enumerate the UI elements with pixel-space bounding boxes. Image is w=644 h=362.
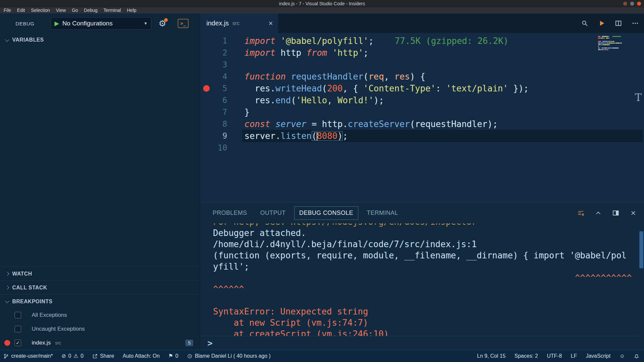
status-gitlens-blame[interactable]: Blame Daniel Li ( 40 hours ago ) bbox=[187, 353, 270, 359]
menu-selection[interactable]: Selection bbox=[28, 7, 53, 14]
chevron-right-icon bbox=[5, 285, 9, 290]
menu-debug[interactable]: Debug bbox=[81, 7, 100, 14]
status-git-branch[interactable]: create-user/main* bbox=[3, 353, 53, 359]
console-line: For help, see: https://nodejs.org/en/doc… bbox=[213, 223, 639, 227]
debug-config-selector[interactable]: ▶ No Configurations ▼ bbox=[51, 17, 151, 30]
minimap[interactable] bbox=[598, 36, 633, 52]
status-notifications[interactable] bbox=[634, 353, 639, 359]
line-number[interactable]: 2 bbox=[200, 47, 227, 59]
menu-edit[interactable]: Edit bbox=[14, 7, 28, 14]
status-cursor-position[interactable]: Ln 9, Col 15 bbox=[477, 353, 506, 359]
code-token: end bbox=[275, 95, 291, 105]
code-editor[interactable]: 1import '@babel/polyfill';77.5K (gzipped… bbox=[200, 33, 644, 202]
status-auto-attach[interactable]: Auto Attach: On bbox=[123, 353, 160, 359]
collapse-panel-icon[interactable] bbox=[595, 210, 602, 216]
code-token: = http. bbox=[306, 119, 348, 129]
status-eol[interactable]: LF bbox=[571, 353, 577, 359]
section-breakpoints[interactable]: BREAKPOINTS bbox=[0, 294, 200, 308]
code-text: res.writeHead(200, { 'Content-Type': 'te… bbox=[244, 82, 529, 94]
run-code-icon[interactable] bbox=[598, 20, 605, 27]
code-line[interactable]: 8const server = http.createServer(reques… bbox=[200, 118, 644, 130]
section-call-stack[interactable]: CALL STACK bbox=[0, 280, 200, 294]
menu-help[interactable]: Help bbox=[124, 7, 139, 14]
variables-body bbox=[0, 47, 200, 267]
status-feedback[interactable]: ☺ bbox=[620, 353, 625, 359]
status-label: JavaScript bbox=[586, 353, 611, 359]
code-token bbox=[270, 119, 275, 129]
menu-terminal[interactable]: Terminal bbox=[100, 7, 124, 14]
close-panel-icon[interactable] bbox=[630, 210, 637, 216]
code-line[interactable]: 3 bbox=[200, 59, 644, 71]
status-encoding[interactable]: UTF-8 bbox=[547, 353, 562, 359]
line-number[interactable]: 10 bbox=[200, 142, 227, 154]
line-number[interactable]: 8 bbox=[200, 118, 227, 130]
menu-view[interactable]: View bbox=[53, 7, 69, 14]
status-label: UTF-8 bbox=[547, 353, 562, 359]
close-tab-icon[interactable]: × bbox=[268, 20, 273, 27]
code-token: writeHead bbox=[275, 83, 322, 93]
line-number[interactable]: 3 bbox=[200, 59, 227, 71]
configure-gear-icon[interactable]: ⚙ bbox=[159, 19, 166, 28]
menu-go[interactable]: Go bbox=[69, 7, 81, 14]
bottom-panel: PROBLEMSOUTPUTDEBUG CONSOLETERMINAL For … bbox=[200, 202, 644, 350]
code-line[interactable]: 1import '@babel/polyfill';77.5K (gzipped… bbox=[200, 35, 644, 47]
search-editor-icon[interactable] bbox=[581, 20, 588, 27]
status-problems[interactable]: ⊘0⚠0 bbox=[61, 353, 84, 359]
code-line[interactable]: 6 res.end('Hello, World!'); bbox=[200, 94, 644, 106]
panel-tab-terminal[interactable]: TERMINAL bbox=[362, 207, 403, 219]
section-watch[interactable]: WATCH bbox=[0, 267, 200, 280]
more-actions-icon[interactable] bbox=[632, 20, 639, 27]
breakpoint-checkbox[interactable] bbox=[15, 326, 21, 332]
status-label: 0 bbox=[81, 353, 84, 359]
breakpoint-item[interactable]: ✓index.jssrc5 bbox=[0, 336, 200, 350]
console-scrollbar[interactable] bbox=[639, 231, 643, 268]
chevron-right-icon bbox=[5, 272, 9, 276]
code-line[interactable]: 5 res.writeHead(200, { 'Content-Type': '… bbox=[200, 82, 644, 94]
section-variables[interactable]: VARIABLES bbox=[0, 33, 200, 47]
code-token: requestHandler bbox=[291, 72, 363, 82]
line-number[interactable]: 1 bbox=[200, 35, 227, 47]
code-token: ; bbox=[363, 48, 369, 58]
line-number[interactable]: 7 bbox=[200, 106, 227, 118]
line-number[interactable]: 6 bbox=[200, 94, 227, 106]
line-number[interactable]: 9 bbox=[200, 130, 227, 142]
code-line[interactable]: 7} bbox=[200, 106, 644, 118]
code-token: const bbox=[244, 119, 270, 129]
code-line[interactable]: 2import http from 'http'; bbox=[200, 47, 644, 59]
share-icon bbox=[92, 353, 98, 359]
menu-file[interactable]: File bbox=[1, 7, 14, 14]
minimize-button[interactable] bbox=[623, 2, 627, 6]
line-number[interactable]: 4 bbox=[200, 71, 227, 82]
clear-console-icon[interactable] bbox=[577, 210, 584, 216]
warning-triangle-icon: ⚠ bbox=[74, 353, 78, 359]
panel-tab-problems[interactable]: PROBLEMS bbox=[208, 207, 252, 219]
breakpoint-checkbox[interactable] bbox=[15, 312, 21, 318]
breakpoint-item[interactable]: All Exceptions bbox=[0, 308, 200, 322]
status-share[interactable]: Share bbox=[92, 353, 114, 359]
tab-index-js[interactable]: index.js src × bbox=[200, 14, 278, 33]
panel-tab-output[interactable]: OUTPUT bbox=[256, 207, 290, 219]
split-editor-icon[interactable] bbox=[615, 20, 622, 27]
debug-console-output[interactable]: For help, see: https://nodejs.org/en/doc… bbox=[213, 223, 639, 336]
editor-tab-bar: index.js src × bbox=[200, 14, 644, 33]
close-button[interactable] bbox=[637, 2, 641, 6]
maximize-button[interactable] bbox=[630, 2, 634, 6]
breakpoint-icon[interactable] bbox=[203, 85, 210, 92]
debug-console-input[interactable]: > bbox=[200, 336, 639, 350]
code-line[interactable]: 4function requestHandler(req, res) { bbox=[200, 71, 644, 82]
debug-console-icon[interactable]: >_ bbox=[178, 19, 189, 28]
status-language-mode[interactable]: JavaScript bbox=[586, 353, 611, 359]
status-review-flag[interactable]: ⚑0 bbox=[168, 353, 178, 359]
overview-ruler-artifact: T bbox=[635, 91, 642, 103]
breakpoint-checkbox[interactable]: ✓ bbox=[15, 340, 21, 346]
breakpoint-item[interactable]: Uncaught Exceptions bbox=[0, 322, 200, 336]
panel-tab-debug-console[interactable]: DEBUG CONSOLE bbox=[294, 206, 358, 220]
status-indentation[interactable]: Spaces: 2 bbox=[515, 353, 538, 359]
code-line[interactable]: 10 bbox=[200, 142, 644, 154]
code-line[interactable]: 9server.listen(8080); bbox=[200, 130, 644, 142]
breakpoint-label: Uncaught Exceptions bbox=[32, 326, 85, 332]
start-debugging-icon[interactable]: ▶ bbox=[54, 20, 59, 26]
maximize-panel-icon[interactable] bbox=[612, 210, 619, 216]
code-token: ( bbox=[322, 83, 327, 93]
title-bar[interactable]: index.js - 7 - Visual Studio Code - Insi… bbox=[0, 0, 644, 7]
